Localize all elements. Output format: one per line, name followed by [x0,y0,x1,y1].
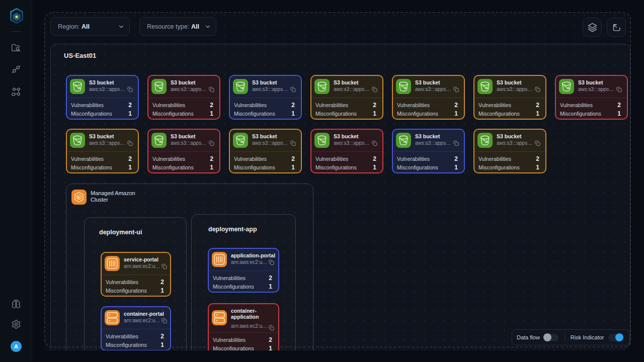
svg-text:K: K [77,195,80,200]
